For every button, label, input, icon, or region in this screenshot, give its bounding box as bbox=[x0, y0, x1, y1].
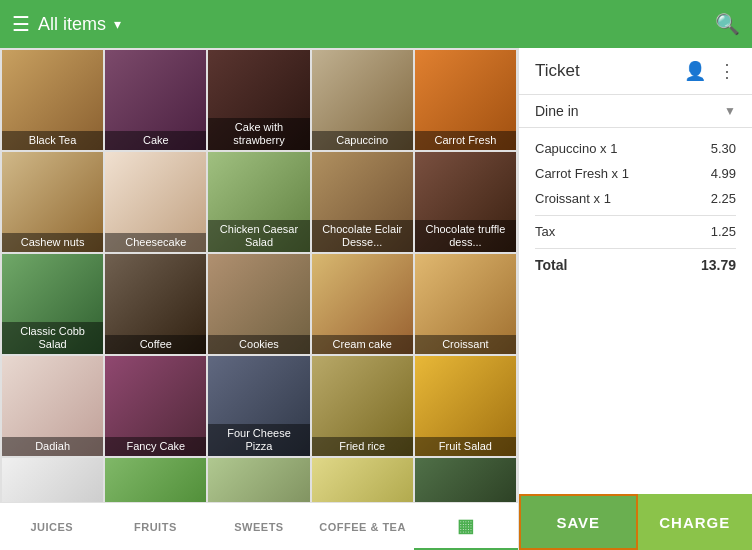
grid-item-label-classic-cobb: Classic Cobb Salad bbox=[2, 322, 103, 354]
grid-item-coffee[interactable]: Coffee bbox=[105, 254, 206, 354]
ticket-item-name: Croissant x 1 bbox=[535, 191, 611, 206]
grid-item-chocolate-truffle[interactable]: Chocolate truffle dess... bbox=[415, 152, 516, 252]
bottom-buttons: SAVE CHARGE bbox=[519, 494, 752, 550]
ticket-total-line: Total13.79 bbox=[535, 248, 736, 278]
grid-item-croissant[interactable]: Croissant bbox=[415, 254, 516, 354]
grid-item-item25[interactable] bbox=[415, 458, 516, 502]
grid-item-label-fruit-salad: Fruit Salad bbox=[415, 437, 516, 456]
grid-item-label-cashew: Cashew nuts bbox=[2, 233, 103, 252]
hamburger-icon[interactable]: ☰ bbox=[12, 12, 30, 36]
grid-item-dadiah[interactable]: Dadiah bbox=[2, 356, 103, 456]
grid-item-label-black-tea: Black Tea bbox=[2, 131, 103, 150]
ticket-line-item: Carrot Fresh x 14.99 bbox=[535, 161, 736, 186]
grid-item-carrot-fresh[interactable]: Carrot Fresh bbox=[415, 50, 516, 150]
ticket-item-name: Capuccino x 1 bbox=[535, 141, 617, 156]
grid-item-label-cake: Cake bbox=[105, 131, 206, 150]
ticket-item-price: 5.30 bbox=[711, 141, 736, 156]
grid-item-fried-rice[interactable]: Fried rice bbox=[312, 356, 413, 456]
ticket-item-name: Carrot Fresh x 1 bbox=[535, 166, 629, 181]
grid-item-cookies[interactable]: Cookies bbox=[208, 254, 309, 354]
ticket-tax-line: Tax1.25 bbox=[535, 215, 736, 244]
chevron-down-icon[interactable]: ▾ bbox=[114, 16, 121, 32]
tab-fruits[interactable]: FRUITS bbox=[104, 503, 208, 550]
tab-juices[interactable]: JUICES bbox=[0, 503, 104, 550]
total-value: 13.79 bbox=[701, 257, 736, 273]
person-icon[interactable]: 👤 bbox=[684, 60, 706, 82]
top-bar: ☰ All items ▾ 🔍 bbox=[0, 0, 752, 48]
grid-item-label-fried-rice: Fried rice bbox=[312, 437, 413, 456]
grid-item-label-cream-cake: Cream cake bbox=[312, 335, 413, 354]
ticket-icons: 👤 ⋮ bbox=[684, 60, 736, 82]
page-title: All items bbox=[38, 14, 106, 35]
grid-item-label-cookies: Cookies bbox=[208, 335, 309, 354]
left-panel: Black TeaCakeCake with strawberryCapucci… bbox=[0, 48, 518, 550]
items-grid: Black TeaCakeCake with strawberryCapucci… bbox=[0, 48, 518, 502]
grid-item-label-croissant: Croissant bbox=[415, 335, 516, 354]
grid-item-item23[interactable] bbox=[208, 458, 309, 502]
dine-in-chevron-icon: ▼ bbox=[724, 104, 736, 118]
ticket-line-item: Croissant x 12.25 bbox=[535, 186, 736, 211]
grid-item-item21[interactable] bbox=[2, 458, 103, 502]
main-area: Black TeaCakeCake with strawberryCapucci… bbox=[0, 48, 752, 550]
save-button[interactable]: SAVE bbox=[519, 494, 638, 550]
ticket-panel: Ticket 👤 ⋮ Dine in ▼ Capuccino x 15.30Ca… bbox=[518, 48, 752, 550]
dine-in-label: Dine in bbox=[535, 103, 724, 119]
dine-in-row[interactable]: Dine in ▼ bbox=[519, 95, 752, 128]
grid-item-label-capuccino: Capuccino bbox=[312, 131, 413, 150]
grid-icon: ▦ bbox=[457, 515, 475, 537]
grid-item-fruit-salad[interactable]: Fruit Salad bbox=[415, 356, 516, 456]
grid-item-fancy-cake[interactable]: Fancy Cake bbox=[105, 356, 206, 456]
tab-sweets[interactable]: SWEETS bbox=[207, 503, 311, 550]
grid-item-chicken[interactable]: Chicken Caesar Salad bbox=[208, 152, 309, 252]
tab-all[interactable]: ▦ bbox=[414, 503, 518, 550]
ticket-items: Capuccino x 15.30Carrot Fresh x 14.99Cro… bbox=[519, 128, 752, 494]
grid-item-label-carrot-fresh: Carrot Fresh bbox=[415, 131, 516, 150]
grid-item-label-dadiah: Dadiah bbox=[2, 437, 103, 456]
grid-item-label-chocolate-eclair: Chocolate Eclair Desse... bbox=[312, 220, 413, 252]
tab-coffee-tea[interactable]: COFFEE & TEA bbox=[311, 503, 415, 550]
ticket-header: Ticket 👤 ⋮ bbox=[519, 48, 752, 95]
grid-item-label-fancy-cake: Fancy Cake bbox=[105, 437, 206, 456]
tax-label: Tax bbox=[535, 224, 555, 239]
grid-item-label-cheesecake: Cheesecake bbox=[105, 233, 206, 252]
grid-item-black-tea[interactable]: Black Tea bbox=[2, 50, 103, 150]
ticket-title: Ticket bbox=[535, 61, 684, 81]
ticket-line-item: Capuccino x 15.30 bbox=[535, 136, 736, 161]
tax-value: 1.25 bbox=[711, 224, 736, 239]
grid-item-label-four-cheese: Four Cheese Pizza bbox=[208, 424, 309, 456]
total-label: Total bbox=[535, 257, 567, 273]
bottom-tabs: JUICESFRUITSSWEETSCOFFEE & TEA▦ bbox=[0, 502, 518, 550]
grid-item-cashew[interactable]: Cashew nuts bbox=[2, 152, 103, 252]
ticket-item-price: 2.25 bbox=[711, 191, 736, 206]
charge-button[interactable]: CHARGE bbox=[638, 494, 753, 550]
search-icon[interactable]: 🔍 bbox=[715, 12, 740, 36]
grid-item-cheesecake[interactable]: Cheesecake bbox=[105, 152, 206, 252]
grid-item-capuccino[interactable]: Capuccino bbox=[312, 50, 413, 150]
grid-item-item22[interactable] bbox=[105, 458, 206, 502]
grid-item-cream-cake[interactable]: Cream cake bbox=[312, 254, 413, 354]
grid-item-cake-strawberry[interactable]: Cake with strawberry bbox=[208, 50, 309, 150]
more-icon[interactable]: ⋮ bbox=[718, 60, 736, 82]
grid-item-four-cheese[interactable]: Four Cheese Pizza bbox=[208, 356, 309, 456]
grid-item-chocolate-eclair[interactable]: Chocolate Eclair Desse... bbox=[312, 152, 413, 252]
grid-item-label-chicken: Chicken Caesar Salad bbox=[208, 220, 309, 252]
grid-item-cake[interactable]: Cake bbox=[105, 50, 206, 150]
grid-item-item24[interactable] bbox=[312, 458, 413, 502]
grid-item-label-chocolate-truffle: Chocolate truffle dess... bbox=[415, 220, 516, 252]
ticket-item-price: 4.99 bbox=[711, 166, 736, 181]
grid-item-classic-cobb[interactable]: Classic Cobb Salad bbox=[2, 254, 103, 354]
grid-item-label-cake-strawberry: Cake with strawberry bbox=[208, 118, 309, 150]
top-bar-left: ☰ All items ▾ bbox=[12, 12, 715, 36]
grid-item-label-coffee: Coffee bbox=[105, 335, 206, 354]
